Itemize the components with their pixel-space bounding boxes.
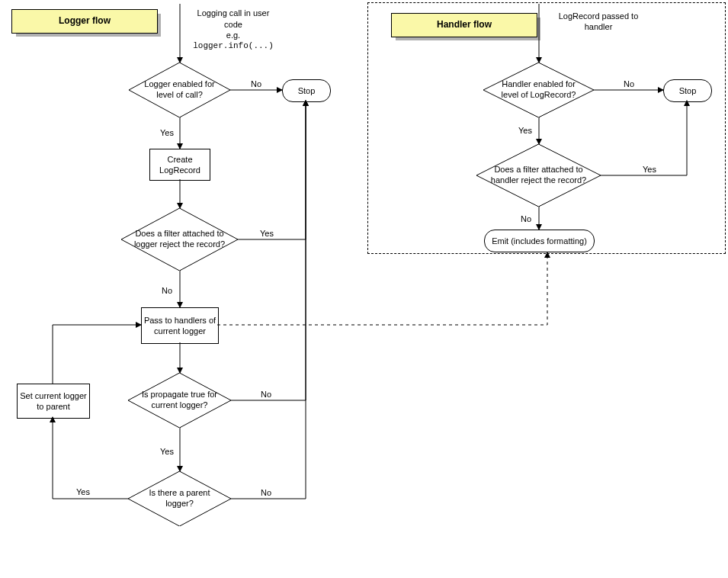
logger-title-text: Logger flow [59,15,111,27]
logger-decision-propagate: Is propagate true for current logger? [128,373,231,428]
logger-set-parent: Set current logger to parent [17,384,90,419]
label-logger-parent-yes: Yes [76,487,90,496]
handler-emit: Emit (includes formatting) [484,230,595,252]
logger-start-line1: Logging call in user [197,8,270,18]
label-handler-enabled-yes: Yes [518,126,532,135]
handler-start-line2: handler [585,21,613,32]
logger-start-line3: e.g. [226,30,240,40]
logger-decision-propagate-text: Is propagate true for current logger? [128,373,231,428]
handler-start-text: LogRecord passed to handler [549,11,648,32]
handler-decision-filter-text: Does a filter attached to handler reject… [476,144,601,207]
label-logger-enabled-yes: Yes [160,128,174,137]
handler-emit-text: Emit (includes formatting) [492,236,587,246]
logger-create-record-text: Create LogRecord [150,154,210,176]
label-logger-propagate-no: No [261,390,271,399]
logger-decision-filter-text: Does a filter attached to logger reject … [121,208,238,271]
label-handler-enabled-no: No [624,79,634,88]
logger-decision-filter: Does a filter attached to logger reject … [121,208,238,271]
label-logger-filter-no: No [162,286,172,295]
handler-decision-enabled: Handler enabled for level of LogRecord? [483,63,594,117]
label-handler-filter-no: No [521,214,531,223]
logger-start-text: Logging call in user code e.g. logger.in… [188,8,279,52]
logger-pass-handlers: Pass to handlers of current logger [141,307,219,344]
logger-title: Logger flow [11,9,158,34]
handler-stop-text: Stop [679,85,697,96]
logger-decision-parent: Is there a parent logger? [128,471,231,526]
label-logger-parent-no: No [261,488,271,497]
handler-start-line1: LogRecord passed to [559,11,639,21]
handler-decision-filter: Does a filter attached to handler reject… [476,144,601,207]
handler-stop: Stop [663,79,712,102]
logger-stop-text: Stop [298,85,316,96]
handler-decision-enabled-text: Handler enabled for level of LogRecord? [483,63,594,117]
logger-decision-enabled-text: Logger enabled for level of call? [129,63,230,117]
handler-flow-container [367,2,726,254]
label-logger-propagate-yes: Yes [160,447,174,456]
label-logger-filter-yes: Yes [260,229,274,238]
logger-decision-parent-text: Is there a parent logger? [128,471,231,526]
logger-start-code: logger.info(...) [193,40,274,51]
label-logger-enabled-no: No [251,79,261,88]
logger-start-line2: code [224,19,242,30]
logger-decision-enabled: Logger enabled for level of call? [129,63,230,117]
logger-pass-handlers-text: Pass to handlers of current logger [142,315,218,337]
logger-create-record: Create LogRecord [149,149,210,181]
logger-stop: Stop [282,79,331,102]
label-handler-filter-yes: Yes [643,165,656,174]
logger-set-parent-text: Set current logger to parent [18,390,89,413]
